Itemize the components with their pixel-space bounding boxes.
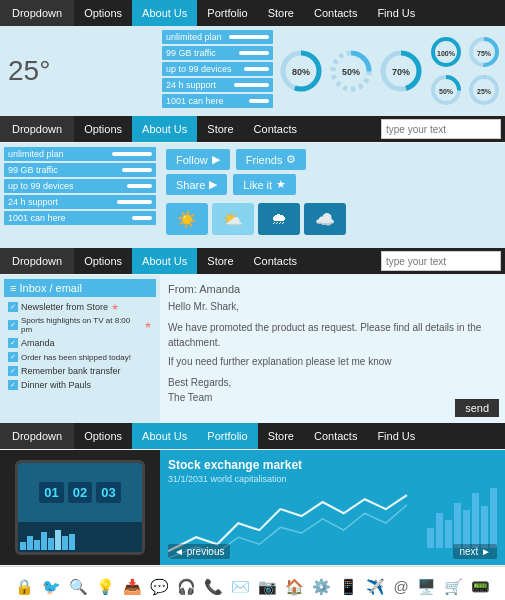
nav-dropdown-1[interactable]: Dropdown	[0, 0, 74, 26]
bar-4	[454, 503, 461, 548]
nav-findus-1[interactable]: Find Us	[367, 0, 425, 26]
section-stock: 01 02 03 Stock exchange market 31/1/2031…	[0, 450, 505, 565]
nav-dropdown-3[interactable]: Dropdown	[0, 248, 74, 274]
circle-50b: 50%	[429, 73, 463, 107]
plan-unlimited: unlimited plan	[162, 30, 273, 44]
stock-sub: 31/1/2031 world capitalisation	[168, 474, 497, 484]
nav-contacts-4[interactable]: Contacts	[304, 423, 367, 449]
chat-icon[interactable]: 💬	[150, 578, 169, 596]
weather-area: ☀️ ⛅ 🌧 ☁️	[166, 203, 499, 235]
phone-icon[interactable]: 📞	[204, 578, 223, 596]
plane-icon[interactable]: ✈️	[366, 578, 385, 596]
circle-70: 70%	[379, 49, 423, 93]
temperature: 25°	[8, 55, 152, 87]
nav-dropdown-2[interactable]: Dropdown	[0, 116, 74, 142]
email-item-1[interactable]: ✓ Newsletter from Store ★	[4, 300, 156, 314]
circle-25: 25%	[467, 73, 501, 107]
email-star-2: ★	[144, 320, 152, 330]
search-input-3[interactable]	[382, 256, 505, 267]
camera-icon[interactable]: 📷	[258, 578, 277, 596]
email-item-2[interactable]: ✓ Sports highlights on TV at 8:00 pm ★	[4, 314, 156, 336]
inbox-panel: ≡ Inbox / email ✓ Newsletter from Store …	[0, 275, 160, 423]
nav-store-3[interactable]: Store	[197, 248, 243, 274]
bar-chart	[427, 488, 497, 548]
nav-portfolio-4[interactable]: Portfolio	[197, 423, 257, 449]
email-greeting: Hello Mr. Shark,	[168, 299, 497, 314]
nav-bar-1: Dropdown Options About Us Portfolio Stor…	[0, 0, 505, 26]
tablet-area: 01 02 03	[0, 450, 160, 565]
svg-text:75%: 75%	[477, 50, 492, 57]
nav-about-4[interactable]: About Us	[132, 423, 197, 449]
download-icon[interactable]: 📥	[123, 578, 142, 596]
like-button[interactable]: Like it ★	[233, 174, 296, 195]
section-weather-plans: 25° unlimited plan 99 GB traffic up to 9…	[0, 26, 505, 116]
nav-store-1[interactable]: Store	[258, 0, 304, 26]
nav-dropdown-4[interactable]: Dropdown	[0, 423, 74, 449]
nav-findus-4[interactable]: Find Us	[367, 423, 425, 449]
nav-options-2[interactable]: Options	[74, 116, 132, 142]
weather-rain: 🌧	[258, 203, 300, 235]
nav-contacts-2[interactable]: Contacts	[244, 116, 307, 142]
svg-text:25%: 25%	[477, 88, 492, 95]
nav-about-1[interactable]: About Us	[132, 0, 197, 26]
svg-text:100%: 100%	[437, 50, 456, 57]
donut-75: 75%	[467, 35, 501, 69]
tablet-icon[interactable]: 📟	[471, 578, 490, 596]
small-circles: 100% 75%	[429, 35, 501, 107]
weather-sun: ☀️	[166, 203, 208, 235]
prev-button[interactable]: ◄ previous	[168, 544, 230, 559]
circle-75: 75%	[467, 35, 501, 69]
headphone-icon[interactable]: 🎧	[177, 578, 196, 596]
lock-icon[interactable]: 🔒	[15, 578, 34, 596]
search-box-2[interactable]: 🔍	[381, 119, 501, 139]
home-icon[interactable]: 🏠	[285, 578, 304, 596]
weather-cloud: ⛅	[212, 203, 254, 235]
nav-options-3[interactable]: Options	[74, 248, 132, 274]
email-check-5: ✓	[8, 366, 18, 376]
s2-plan-support: 24 h support	[4, 195, 156, 209]
friends-icon: ⚙	[286, 153, 296, 166]
nav-options-1[interactable]: Options	[74, 0, 132, 26]
email-item-5[interactable]: ✓ Remember bank transfer	[4, 364, 156, 378]
gear-icon[interactable]: ⚙️	[312, 578, 331, 596]
search-icon[interactable]: 🔍	[69, 578, 88, 596]
s2-social-area: Follow ▶ Friends ⚙ Share ▶ Like it ★ ☀️ …	[160, 143, 505, 248]
tablet-device: 01 02 03	[15, 460, 145, 555]
next-button[interactable]: next ►	[453, 544, 497, 559]
bulb-icon[interactable]: 💡	[96, 578, 115, 596]
email-item-3[interactable]: ✓ Amanda	[4, 336, 156, 350]
email-item-6[interactable]: ✓ Dinner with Pauls	[4, 378, 156, 392]
cart-icon[interactable]: 🛒	[444, 578, 463, 596]
follow-button[interactable]: Follow ▶	[166, 149, 230, 170]
share-button[interactable]: Share ▶	[166, 174, 227, 195]
follow-label: Follow	[176, 154, 208, 166]
monitor-icon[interactable]: 🖥️	[417, 578, 436, 596]
social-buttons: Follow ▶ Friends ⚙	[166, 149, 499, 170]
nav-portfolio-1[interactable]: Portfolio	[197, 0, 257, 26]
send-button[interactable]: send	[455, 399, 499, 417]
bar-7	[481, 506, 488, 548]
search-box-3[interactable]: 🔍	[381, 251, 501, 271]
icons-row: 🔒 🐦 🔍 💡 📥 💬 🎧 📞 ✉️ 📷 🏠 ⚙️ 📱 ✈️ @ 🖥️ 🛒 📟	[0, 566, 505, 600]
follow-icon: ▶	[212, 153, 220, 166]
email-from: From: Amanda	[168, 283, 497, 295]
svg-text:80%: 80%	[292, 67, 310, 77]
at-icon[interactable]: @	[393, 578, 408, 595]
email-icon[interactable]: ✉️	[231, 578, 250, 596]
nav-store-4[interactable]: Store	[258, 423, 304, 449]
nav-about-2[interactable]: About Us	[132, 116, 197, 142]
donut-25: 25%	[467, 73, 501, 107]
donut-50b: 50%	[429, 73, 463, 107]
friends-label: Friends	[246, 154, 283, 166]
nav-options-4[interactable]: Options	[74, 423, 132, 449]
nav-bar-2: Dropdown Options About Us Store Contacts…	[0, 116, 505, 142]
nav-store-2[interactable]: Store	[197, 116, 243, 142]
nav-contacts-1[interactable]: Contacts	[304, 0, 367, 26]
nav-contacts-3[interactable]: Contacts	[244, 248, 307, 274]
nav-about-3[interactable]: About Us	[132, 248, 197, 274]
friends-button[interactable]: Friends ⚙	[236, 149, 307, 170]
mobile-icon[interactable]: 📱	[339, 578, 358, 596]
search-input-2[interactable]	[382, 124, 505, 135]
email-item-4[interactable]: ✓ Order has been shipped today!	[4, 350, 156, 364]
bird-icon[interactable]: 🐦	[42, 578, 61, 596]
